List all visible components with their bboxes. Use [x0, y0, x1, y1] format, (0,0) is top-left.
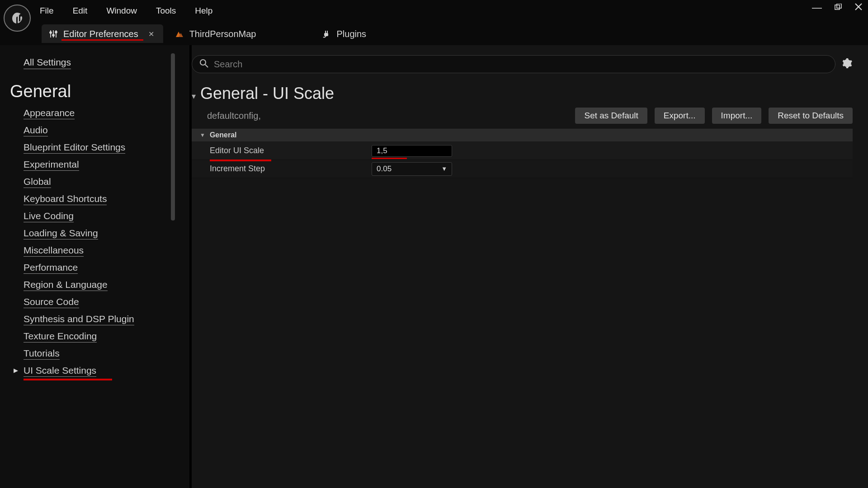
- group-label: General: [210, 131, 237, 139]
- plug-icon: [322, 29, 331, 38]
- menu-edit[interactable]: Edit: [73, 6, 88, 16]
- settings-sidebar: All Settings General AppearanceAudioBlue…: [0, 45, 190, 488]
- close-icon[interactable]: [854, 2, 863, 14]
- sidebar-item-label: Global: [24, 176, 51, 188]
- property-label: Increment Step: [210, 164, 265, 173]
- sidebar-item-label: UI Scale Settings: [24, 365, 96, 377]
- increment-step-dropdown[interactable]: 0.05 ▼: [372, 162, 452, 176]
- sidebar-item-label: Experimental: [24, 159, 79, 171]
- sidebar-item[interactable]: Performance: [24, 262, 189, 274]
- sidebar-item[interactable]: Miscellaneous: [24, 245, 189, 257]
- property-row-increment-step: Increment Step 0.05 ▼: [192, 160, 853, 178]
- editor-ui-scale-input[interactable]: [372, 145, 452, 157]
- sidebar-item-label: Audio: [24, 125, 48, 136]
- group-header-general[interactable]: ▼ General: [192, 128, 853, 142]
- svg-point-5: [50, 32, 52, 33]
- sidebar-item[interactable]: Blueprint Editor Settings: [24, 142, 189, 154]
- sidebar-item[interactable]: Appearance: [24, 108, 189, 119]
- sidebar-heading: General: [10, 82, 189, 101]
- tab-plugins[interactable]: Plugins: [315, 24, 375, 43]
- details-panel: ▾ General - UI Scale defaultconfig, Set …: [190, 45, 868, 488]
- sidebar-item[interactable]: Tutorials: [24, 348, 189, 360]
- sidebar-item-label: Region & Language: [24, 279, 108, 291]
- maximize-icon[interactable]: [835, 2, 842, 14]
- import-button[interactable]: Import...: [712, 108, 762, 124]
- sidebar-item[interactable]: Region & Language: [24, 279, 189, 291]
- minimize-icon[interactable]: —: [812, 2, 822, 14]
- sidebar-item-label: Source Code: [24, 296, 79, 308]
- sidebar-item-label: Tutorials: [24, 348, 60, 360]
- svg-rect-1: [837, 4, 841, 8]
- sidebar-item-label: Keyboard Shortcuts: [24, 193, 107, 205]
- sidebar-item-label: Loading & Saving: [24, 228, 98, 239]
- menu-bar: File Edit Window Tools Help —: [0, 0, 868, 22]
- settings-gear-icon[interactable]: [842, 58, 853, 70]
- sidebar-item[interactable]: Global: [24, 176, 189, 188]
- sidebar-item[interactable]: UI Scale Settings: [24, 365, 189, 377]
- annotation-underline: [24, 379, 112, 380]
- tab-label: ThirdPersonMap: [189, 29, 256, 39]
- export-button[interactable]: Export...: [655, 108, 705, 124]
- sidebar-item[interactable]: Loading & Saving: [24, 228, 189, 239]
- sidebar-item-label: Synthesis and DSP Plugin: [24, 314, 134, 325]
- search-box[interactable]: [192, 55, 835, 73]
- level-icon: [175, 29, 184, 38]
- svg-rect-0: [835, 5, 840, 9]
- annotation-underline: [372, 158, 407, 160]
- sidebar-item[interactable]: Live Coding: [24, 211, 189, 222]
- sidebar-item-label: Performance: [24, 262, 78, 274]
- annotation-underline: [210, 160, 271, 161]
- tab-thirdpersonmap[interactable]: ThirdPersonMap: [168, 24, 265, 43]
- property-label: Editor UI Scale: [210, 146, 264, 155]
- svg-point-9: [55, 31, 57, 33]
- section-title: General - UI Scale: [200, 84, 334, 103]
- menu-help[interactable]: Help: [195, 6, 212, 16]
- all-settings-link[interactable]: All Settings: [24, 57, 71, 69]
- sidebar-item[interactable]: Synthesis and DSP Plugin: [24, 314, 189, 325]
- sliders-icon: [49, 29, 58, 38]
- sidebar-scrollbar[interactable]: [171, 53, 175, 221]
- set-as-default-button[interactable]: Set as Default: [575, 108, 647, 124]
- sidebar-item[interactable]: Audio: [24, 125, 189, 136]
- window-controls: —: [812, 2, 863, 14]
- sidebar-item-label: Texture Encoding: [24, 331, 97, 343]
- svg-rect-14: [327, 31, 328, 33]
- svg-point-7: [52, 34, 54, 36]
- tab-bar: Editor Preferences ✕ ThirdPersonMap Plug…: [0, 22, 868, 45]
- svg-point-15: [200, 60, 206, 65]
- sidebar-item[interactable]: Experimental: [24, 159, 189, 171]
- tab-label: Editor Preferences: [63, 29, 138, 39]
- search-icon: [199, 59, 208, 70]
- property-row-editor-ui-scale: Editor UI Scale: [192, 142, 853, 160]
- sidebar-item[interactable]: Keyboard Shortcuts: [24, 193, 189, 205]
- chevron-down-icon: ▼: [441, 165, 447, 172]
- config-note: defaultconfig,: [207, 111, 568, 121]
- svg-rect-12: [324, 33, 328, 36]
- search-input[interactable]: [214, 59, 828, 70]
- menu-tools[interactable]: Tools: [156, 6, 176, 16]
- tab-editor-preferences[interactable]: Editor Preferences ✕: [42, 24, 163, 43]
- sidebar-item-label: Blueprint Editor Settings: [24, 142, 125, 154]
- svg-rect-13: [325, 31, 326, 33]
- reset-to-defaults-button[interactable]: Reset to Defaults: [769, 108, 853, 124]
- section-disclosure-icon[interactable]: ▾: [192, 91, 196, 101]
- tab-label: Plugins: [336, 29, 366, 39]
- dropdown-value: 0.05: [377, 164, 392, 174]
- sidebar-item-label: Miscellaneous: [24, 245, 84, 257]
- menu-file[interactable]: File: [40, 6, 54, 16]
- svg-line-16: [205, 65, 208, 67]
- sidebar-item[interactable]: Source Code: [24, 296, 189, 308]
- sidebar-item[interactable]: Texture Encoding: [24, 331, 189, 343]
- sidebar-item-label: Appearance: [24, 108, 75, 119]
- annotation-underline: [61, 39, 143, 41]
- menu-window[interactable]: Window: [106, 6, 137, 16]
- tab-close-icon[interactable]: ✕: [148, 30, 154, 38]
- sidebar-item-label: Live Coding: [24, 211, 74, 222]
- chevron-down-icon: ▼: [200, 132, 205, 138]
